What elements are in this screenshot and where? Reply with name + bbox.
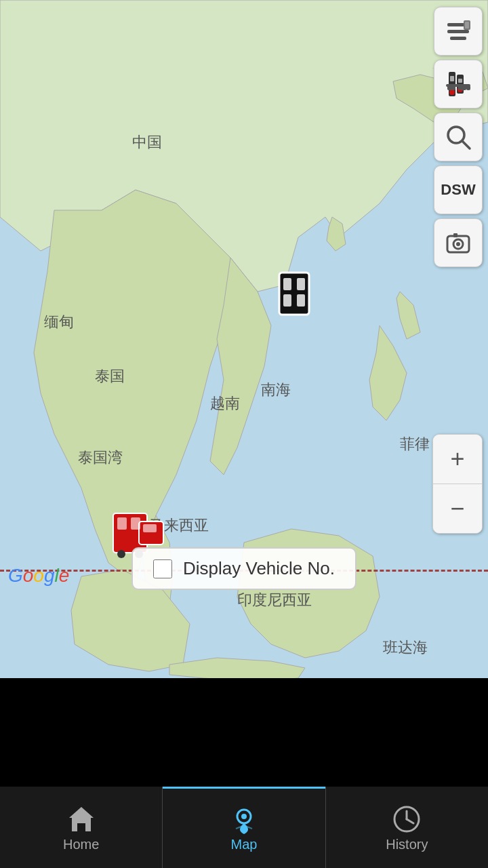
- svg-rect-30: [131, 517, 140, 530]
- svg-rect-23: [283, 278, 291, 290]
- zoom-controls: + −: [432, 434, 483, 534]
- map-icon: [229, 804, 259, 834]
- vehicle-marker-black[interactable]: [278, 271, 310, 316]
- svg-line-62: [407, 819, 413, 823]
- layers-button[interactable]: [434, 7, 483, 56]
- display-vehicle-control[interactable]: Display Vehicle No.: [131, 547, 357, 590]
- svg-rect-36: [450, 37, 466, 40]
- display-vehicle-label: Display Vehicle No.: [183, 558, 335, 579]
- nav-home[interactable]: Home: [0, 787, 162, 868]
- svg-line-50: [462, 141, 470, 149]
- svg-rect-25: [283, 294, 291, 307]
- nav-history[interactable]: History: [326, 787, 488, 868]
- bottom-navigation: Home Map History: [0, 787, 488, 868]
- svg-rect-38: [465, 22, 469, 28]
- nav-history-label: History: [386, 837, 428, 852]
- traffic-button[interactable]: [434, 60, 483, 108]
- nav-home-label: Home: [63, 837, 99, 852]
- svg-point-43: [449, 90, 455, 95]
- svg-rect-47: [458, 85, 466, 90]
- history-icon: [392, 804, 422, 834]
- home-icon: [66, 804, 96, 834]
- svg-rect-53: [453, 233, 458, 237]
- dsw-label: DSW: [441, 181, 475, 199]
- svg-point-57: [241, 814, 247, 819]
- search-button[interactable]: [434, 113, 483, 161]
- camera-button[interactable]: [434, 218, 483, 267]
- google-logo: Google: [8, 565, 69, 587]
- svg-rect-31: [143, 524, 157, 532]
- svg-rect-42: [458, 79, 462, 83]
- zoom-out-button[interactable]: −: [433, 484, 482, 533]
- svg-point-32: [117, 550, 125, 558]
- svg-rect-48: [466, 85, 470, 90]
- svg-marker-55: [69, 807, 94, 831]
- nav-map-label: Map: [231, 837, 258, 852]
- map-controls: DSW: [434, 7, 483, 267]
- svg-rect-26: [297, 294, 305, 307]
- svg-point-54: [456, 242, 460, 246]
- svg-rect-35: [447, 30, 469, 33]
- zoom-in-button[interactable]: +: [433, 435, 482, 484]
- nav-map[interactable]: Map: [163, 787, 325, 868]
- svg-rect-46: [447, 85, 455, 90]
- dsw-button[interactable]: DSW: [434, 165, 483, 214]
- display-vehicle-checkbox[interactable]: [153, 559, 172, 578]
- map-area[interactable]: 中国 缅甸 泰国 泰国湾 越南 南海 菲律 马来西亚 印度尼西亚 班达海: [0, 0, 488, 678]
- svg-rect-24: [297, 278, 305, 290]
- svg-rect-41: [450, 76, 454, 81]
- svg-rect-29: [117, 517, 127, 530]
